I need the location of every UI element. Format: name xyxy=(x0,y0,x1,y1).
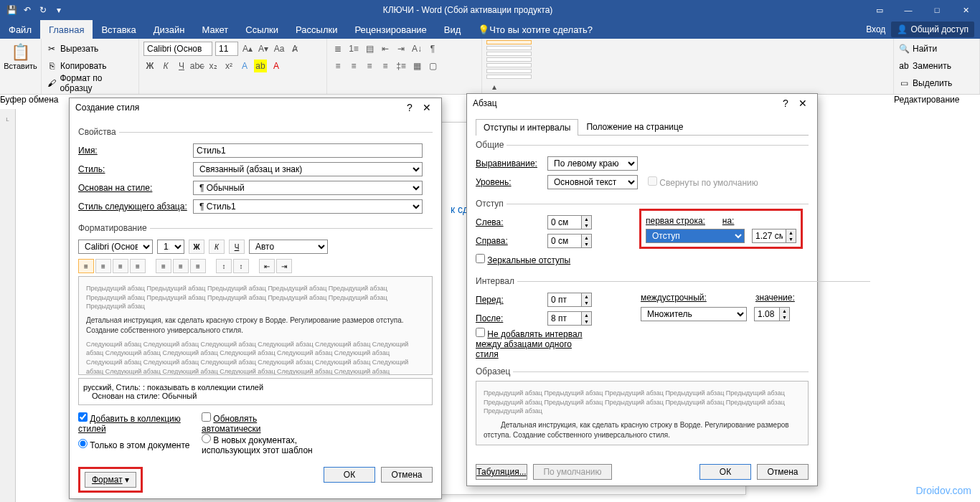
highlight-icon[interactable]: ab xyxy=(254,60,267,72)
align-right-button[interactable]: ≡ xyxy=(113,259,128,273)
subscript-icon[interactable]: x₂ xyxy=(207,60,220,72)
paste-icon[interactable]: 📋 xyxy=(11,43,30,62)
format-button[interactable]: Формат ▾ xyxy=(85,472,136,488)
sort-icon[interactable]: A↓ xyxy=(410,42,423,55)
mirror-checkbox[interactable]: Зеркальные отступы xyxy=(476,254,590,265)
tab-view[interactable]: Вид xyxy=(435,20,470,39)
ok-button[interactable]: ОК xyxy=(324,467,375,483)
new-docs-radio[interactable]: В новых документах, использующих этот ша… xyxy=(202,434,316,455)
clear-format-icon[interactable]: A̷ xyxy=(288,42,301,55)
underline-button[interactable]: Ч xyxy=(229,240,245,254)
copy-icon[interactable]: ⎘ xyxy=(46,60,57,72)
shading-icon[interactable]: ▦ xyxy=(410,60,423,72)
format-painter-button[interactable]: Формат по образцу xyxy=(60,73,134,93)
multilevel-icon[interactable]: ▤ xyxy=(363,42,376,55)
outline-select[interactable]: Основной текст xyxy=(547,175,638,189)
minimize-icon[interactable]: — xyxy=(894,0,923,20)
font-size-select[interactable]: 11 xyxy=(157,240,184,254)
decrease-indent-icon[interactable]: ⇤ xyxy=(379,42,392,55)
cancel-button[interactable]: Отмена xyxy=(381,467,433,483)
tab-linebreaks[interactable]: Положение на странице xyxy=(578,118,691,135)
tab-references[interactable]: Ссылки xyxy=(237,20,287,39)
cut-button[interactable]: Вырезать xyxy=(60,44,98,54)
space-before-spin[interactable]: ▲▼ xyxy=(547,293,592,307)
style-title[interactable]: АаБЗаголовок xyxy=(486,63,532,67)
style-heading2[interactable]: АаБбВвГЗаголово... xyxy=(486,57,532,62)
tab-review[interactable]: Рецензирование xyxy=(346,20,435,39)
numbering-icon[interactable]: 1≡ xyxy=(347,42,360,55)
grow-font-icon[interactable]: A▴ xyxy=(241,42,254,55)
select-icon[interactable]: ▭ xyxy=(898,77,910,89)
decrease-indent-button[interactable]: ⇤ xyxy=(259,259,275,273)
replace-icon[interactable]: ab xyxy=(898,60,910,72)
help-icon[interactable]: ? xyxy=(401,102,418,113)
style-normal[interactable]: АаБбВвГг,¶ Обычный xyxy=(486,40,532,44)
italic-icon[interactable]: К xyxy=(159,60,172,72)
select-button[interactable]: Выделить xyxy=(913,78,952,88)
style-name-input[interactable] xyxy=(193,143,423,158)
cut-icon[interactable]: ✂ xyxy=(46,43,57,55)
line-spacing-icon[interactable]: ‡≡ xyxy=(395,60,407,72)
styles-up-icon[interactable]: ▴ xyxy=(488,80,501,93)
close-icon[interactable]: ✕ xyxy=(418,102,435,113)
cancel-button[interactable]: Отмена xyxy=(757,464,809,480)
styles-gallery[interactable]: АаБбВвГг,¶ Обычный АаБбВвГг,¶ Без инте..… xyxy=(482,39,894,94)
align-left-icon[interactable]: ≡ xyxy=(331,60,344,72)
decrease-before-button[interactable]: ↕ xyxy=(233,259,249,273)
undo-icon[interactable]: ↶ xyxy=(22,4,33,16)
no-space-checkbox[interactable]: Не добавлять интервал между абзацами одн… xyxy=(476,328,590,359)
auto-update-checkbox[interactable]: Обновлять автоматически xyxy=(202,412,316,434)
format-painter-icon[interactable]: 🖌 xyxy=(46,77,57,89)
superscript-icon[interactable]: x² xyxy=(222,60,235,72)
paste-button[interactable]: Вставить xyxy=(4,62,37,70)
style-type-select[interactable]: Связанный (абзац и знак) xyxy=(193,162,423,176)
find-icon[interactable]: 🔍 xyxy=(898,43,910,55)
shrink-font-icon[interactable]: A▾ xyxy=(257,42,270,55)
tab-mailings[interactable]: Рассылки xyxy=(287,20,346,39)
redo-icon[interactable]: ↻ xyxy=(37,4,49,16)
tab-layout[interactable]: Макет xyxy=(193,20,237,39)
font-select[interactable]: Calibri (Основной xyxy=(78,240,153,254)
indent-right-spin[interactable]: ▲▼ xyxy=(547,234,592,248)
save-icon[interactable]: 💾 xyxy=(6,4,17,16)
increase-indent-button[interactable]: ⇥ xyxy=(276,259,292,273)
line-spacing-select[interactable]: Множитель xyxy=(641,307,747,321)
align-center-button[interactable]: ≡ xyxy=(95,259,111,273)
increase-indent-icon[interactable]: ⇥ xyxy=(395,42,407,55)
font-color-select[interactable]: Авто xyxy=(249,240,328,254)
only-doc-radio[interactable]: Только в этом документе xyxy=(78,439,193,450)
tab-home[interactable]: Главная xyxy=(40,20,93,39)
ok-button[interactable]: ОК xyxy=(699,464,751,480)
copy-button[interactable]: Копировать xyxy=(60,61,107,71)
alignment-select[interactable]: По левому краю xyxy=(547,156,638,171)
style-subtitle[interactable]: АаБбВвГПодзагол... xyxy=(486,69,532,73)
font-name-box[interactable]: Calibri (Основ xyxy=(143,42,212,56)
qat-dropdown-icon[interactable]: ▾ xyxy=(53,4,65,16)
double-space-button[interactable]: ≡ xyxy=(190,259,206,273)
share-button[interactable]: 👤 Общий доступ xyxy=(891,22,974,37)
bold-icon[interactable]: Ж xyxy=(143,60,156,72)
align-left-button[interactable]: ≡ xyxy=(78,259,94,273)
align-center-icon[interactable]: ≡ xyxy=(347,60,360,72)
style-heading1[interactable]: АаБбВіЗаголово... xyxy=(486,52,532,56)
bullets-icon[interactable]: ≣ xyxy=(331,42,344,55)
show-marks-icon[interactable]: ¶ xyxy=(426,42,439,55)
based-on-select[interactable]: ¶ Обычный xyxy=(193,181,423,195)
onehalf-space-button[interactable]: ≡ xyxy=(173,259,189,273)
space-after-spin[interactable]: ▲▼ xyxy=(547,311,592,326)
signin-link[interactable]: Вход xyxy=(866,24,885,34)
tab-indents[interactable]: Отступы и интервалы xyxy=(476,119,578,136)
close-icon[interactable]: ✕ xyxy=(794,98,811,109)
find-button[interactable]: Найти xyxy=(913,44,937,54)
text-effects-icon[interactable]: A xyxy=(238,60,251,72)
maximize-icon[interactable]: □ xyxy=(923,0,951,20)
justify-button[interactable]: ≡ xyxy=(130,259,146,273)
increase-before-button[interactable]: ↕ xyxy=(216,259,232,273)
next-style-select[interactable]: ¶ Стиль1 xyxy=(193,199,423,214)
tab-file[interactable]: Файл xyxy=(0,20,40,39)
tell-me[interactable]: 💡 Что вы хотите сделать? xyxy=(469,20,601,39)
ribbon-options-icon[interactable]: ▭ xyxy=(865,0,894,20)
style-nospacing[interactable]: АаБбВвГг,¶ Без инте... xyxy=(486,46,532,50)
firstline-select[interactable]: Отступ xyxy=(646,229,745,243)
underline-icon[interactable]: Ч xyxy=(175,60,188,72)
